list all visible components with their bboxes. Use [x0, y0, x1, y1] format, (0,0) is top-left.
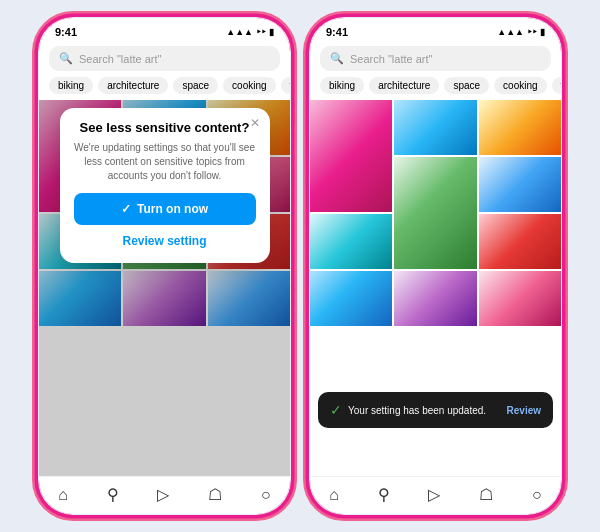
content-area-right: ✓ Your setting has been updated. Review	[310, 100, 561, 476]
photo-cell-r6	[310, 214, 392, 269]
tags-row-right: biking architecture space cooking fash	[310, 77, 561, 100]
status-icons-left: ▲▲▲ ‣‣ ▮	[226, 27, 274, 37]
phone-right: 9:41 ▲▲▲ ‣‣ ▮ 🔍 Search "latte art" bikin…	[308, 16, 563, 516]
phone-left: 9:41 ▲▲▲ ‣‣ ▮ 🔍 Search "latte art" bikin…	[37, 16, 292, 516]
battery-icon: ▮	[269, 27, 274, 37]
time-right: 9:41	[326, 26, 348, 38]
review-setting-button[interactable]: Review setting	[74, 234, 256, 248]
nav-home-icon[interactable]: ⌂	[58, 486, 68, 504]
photo-cell-r9	[394, 271, 476, 326]
check-icon: ✓	[121, 202, 131, 216]
photo-cell-r8	[310, 271, 392, 326]
tag-biking-r[interactable]: biking	[320, 77, 364, 94]
bottom-nav-right: ⌂ ⚲ ▷ ☖ ○	[310, 476, 561, 514]
nav-profile-icon-r[interactable]: ○	[532, 486, 542, 504]
toast-check-icon: ✓	[330, 402, 342, 418]
photo-cell-r7	[479, 214, 561, 269]
toast-review-button[interactable]: Review	[507, 405, 541, 416]
photo-cell-r4	[394, 157, 476, 269]
popup-card: ✕ See less sensitive content? We're upda…	[60, 108, 270, 263]
photo-cell-r1	[310, 100, 392, 212]
search-placeholder-right: Search "latte art"	[350, 53, 432, 65]
tags-row-left: biking architecture space cooking fash	[39, 77, 290, 100]
content-area-left: ✕ See less sensitive content? We're upda…	[39, 100, 290, 476]
bottom-nav-left: ⌂ ⚲ ▷ ☖ ○	[39, 476, 290, 514]
turn-on-now-button[interactable]: ✓ Turn on now	[74, 193, 256, 225]
tag-cooking-r[interactable]: cooking	[494, 77, 546, 94]
tag-biking[interactable]: biking	[49, 77, 93, 94]
nav-profile-icon[interactable]: ○	[261, 486, 271, 504]
nav-reel-icon-r[interactable]: ▷	[428, 485, 440, 504]
photo-cell-r2	[394, 100, 476, 155]
nav-home-icon-r[interactable]: ⌂	[329, 486, 339, 504]
signal-icon-right: ▲▲▲	[497, 27, 524, 37]
search-bar-left[interactable]: 🔍 Search "latte art"	[49, 46, 280, 71]
tag-fash[interactable]: fash	[281, 77, 290, 94]
turn-on-label: Turn on now	[137, 202, 208, 216]
tag-cooking[interactable]: cooking	[223, 77, 275, 94]
popup-title: See less sensitive content?	[74, 120, 256, 135]
search-placeholder-left: Search "latte art"	[79, 53, 161, 65]
battery-icon-right: ▮	[540, 27, 545, 37]
toast-left: ✓ Your setting has been updated.	[330, 402, 486, 418]
photo-cell-r3	[479, 100, 561, 155]
nav-shop-icon[interactable]: ☖	[208, 485, 222, 504]
status-icons-right: ▲▲▲ ‣‣ ▮	[497, 27, 545, 37]
status-bar-left: 9:41 ▲▲▲ ‣‣ ▮	[39, 18, 290, 42]
tag-architecture[interactable]: architecture	[98, 77, 168, 94]
toast-message: Your setting has been updated.	[348, 405, 486, 416]
tag-space[interactable]: space	[173, 77, 218, 94]
nav-shop-icon-r[interactable]: ☖	[479, 485, 493, 504]
toast-notification: ✓ Your setting has been updated. Review	[318, 392, 553, 428]
tag-fash-r[interactable]: fash	[552, 77, 561, 94]
photo-cell-r5	[479, 157, 561, 212]
wifi-icon: ‣‣	[256, 27, 266, 37]
search-icon-right: 🔍	[330, 52, 344, 65]
photo-grid-right	[310, 100, 561, 328]
time-left: 9:41	[55, 26, 77, 38]
photo-cell-r10	[479, 271, 561, 326]
search-bar-right[interactable]: 🔍 Search "latte art"	[320, 46, 551, 71]
popup-overlay: ✕ See less sensitive content? We're upda…	[39, 100, 290, 476]
nav-reel-icon[interactable]: ▷	[157, 485, 169, 504]
signal-icon: ▲▲▲	[226, 27, 253, 37]
nav-search-icon-r[interactable]: ⚲	[378, 485, 390, 504]
nav-search-icon[interactable]: ⚲	[107, 485, 119, 504]
tag-space-r[interactable]: space	[444, 77, 489, 94]
tag-architecture-r[interactable]: architecture	[369, 77, 439, 94]
status-bar-right: 9:41 ▲▲▲ ‣‣ ▮	[310, 18, 561, 42]
phones-container: 9:41 ▲▲▲ ‣‣ ▮ 🔍 Search "latte art" bikin…	[21, 0, 579, 532]
popup-close-button[interactable]: ✕	[250, 116, 260, 130]
popup-description: We're updating settings so that you'll s…	[74, 141, 256, 183]
wifi-icon-right: ‣‣	[527, 27, 537, 37]
search-icon: 🔍	[59, 52, 73, 65]
